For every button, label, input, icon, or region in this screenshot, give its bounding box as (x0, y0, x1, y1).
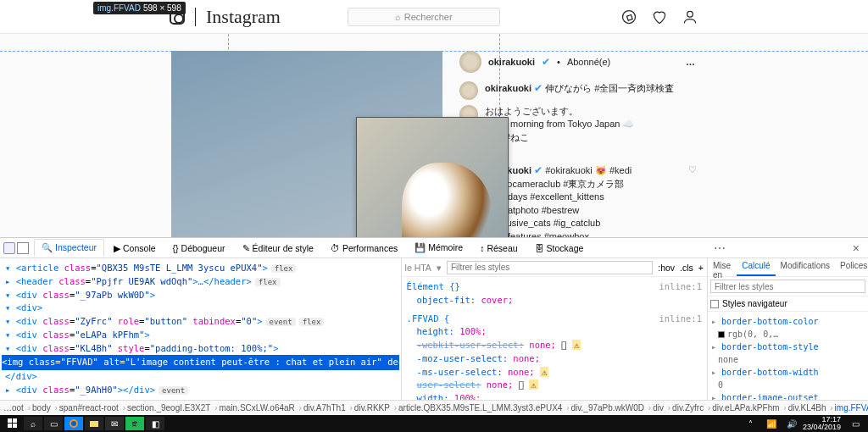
devtools-main: ▾ <article class="QBX35 M9sTE L_LMM 3ysc… (0, 258, 868, 400)
computed-tab[interactable]: Modifications (776, 258, 835, 276)
class-toggle-button[interactable]: .cls (680, 263, 693, 273)
computed-panel: Mise en pageCalculéModificationsPolices … (707, 258, 868, 400)
devtools-close-button[interactable]: × (848, 241, 865, 255)
username[interactable]: okirakuoki (488, 57, 535, 67)
computed-tab[interactable]: Calculé (737, 258, 775, 276)
comment-text: おはようございます。 Good morning from Tokyo Japan… (485, 105, 697, 144)
svg-rect-2 (8, 418, 12, 423)
devtools-tab-réseau[interactable]: ↕Réseau (472, 240, 525, 257)
computed-tab[interactable]: Mise en page (708, 258, 737, 276)
devtools-tab-performances[interactable]: ⏱Performances (323, 240, 405, 257)
styles-rules[interactable]: inline:1Élément {}object-fit: cover;inli… (402, 277, 707, 400)
add-rule-button[interactable]: + (698, 263, 704, 273)
tooltip-dimensions: 598 × 598 (143, 3, 181, 13)
more-options-button[interactable]: … (686, 57, 697, 67)
mid-label: le HTA (405, 263, 431, 273)
explorer-taskbar-icon[interactable] (85, 417, 103, 430)
devtools-tabs: 🔍Inspecteur▶Console{}Débogueur✎Éditeur d… (0, 238, 868, 258)
svg-point-0 (622, 10, 635, 23)
browser-styles-toggle[interactable]: Styles navigateur (708, 296, 868, 312)
dom-tree[interactable]: ▾ <article class="QBX35 M9sTE L_LMM 3ysc… (0, 258, 401, 400)
tray-up-icon[interactable]: ˄ (742, 417, 760, 430)
firefox-taskbar-icon[interactable] (64, 417, 83, 430)
app-taskbar-icon[interactable]: ◧ (146, 417, 164, 430)
svg-rect-5 (13, 424, 17, 428)
search-icon: ⌕ (395, 12, 401, 22)
styles-toolbar: le HTA ▾ :hov .cls + (402, 258, 707, 277)
clock[interactable]: 17:17 23/04/2019 (803, 416, 844, 431)
preview-cat-shape (402, 163, 492, 237)
computed-tabs: Mise en pageCalculéModificationsPolices (708, 258, 868, 277)
computed-filter-row (708, 277, 868, 296)
inspector-tooltip: img.FFVAD 598 × 598 (93, 2, 186, 14)
tooltip-selector: img.FFVAD (97, 3, 141, 13)
post-header: okirakuoki ✔ • Abonné(e) … (459, 51, 697, 73)
caption-text: okirakuoki ✔ 伸びながら #全国一斉肉球検査 (485, 81, 697, 100)
devtools-tab-débogueur[interactable]: {}Débogueur (165, 240, 233, 257)
checkbox-icon (710, 300, 719, 308)
svg-point-1 (687, 11, 693, 17)
avatar[interactable] (459, 81, 478, 100)
responsive-mode-button[interactable] (17, 242, 29, 254)
devtools-panel: 🔍Inspecteur▶Console{}Débogueur✎Éditeur d… (0, 237, 868, 415)
header-nav (620, 8, 698, 25)
comment-time: 16 h (485, 149, 697, 158)
styles-panel: le HTA ▾ :hov .cls + inline:1Élément {}o… (401, 258, 707, 400)
computed-filter-input[interactable] (710, 280, 865, 293)
like-comment-icon[interactable]: ♡ (688, 163, 697, 237)
svg-rect-4 (8, 424, 12, 428)
page-viewport: Instagram ⌕ Rechercher img.FFVAD 598 × 5… (0, 0, 868, 237)
computed-properties[interactable]: border-bottom-colorrgb(0, 0,…border-bott… (708, 312, 868, 400)
pseudo-hover-button[interactable]: :hov (658, 263, 675, 273)
start-button[interactable] (3, 417, 22, 430)
devtools-tab-stockage[interactable]: 🗄Stockage (527, 240, 592, 257)
spotify-taskbar-icon[interactable] (125, 417, 144, 430)
devtools-tab-mémoire[interactable]: 💾Mémoire (407, 239, 470, 257)
avatar[interactable] (459, 51, 481, 73)
search-placeholder: Rechercher (404, 12, 453, 22)
notifications-button[interactable]: ▭ (846, 417, 865, 430)
svg-point-7 (71, 421, 76, 426)
verified-badge-icon: ✔ (534, 82, 542, 94)
svg-rect-3 (13, 418, 17, 423)
devtools-tab-éditeur de style[interactable]: ✎Éditeur de style (235, 240, 321, 257)
windows-taskbar: ⌕ ▭ ✉ ◧ ˄ 📶 🔊 17:17 23/04/2019 ▭ (0, 415, 868, 432)
explore-icon[interactable] (620, 8, 637, 25)
verified-badge-icon: ✔ (542, 56, 550, 68)
task-view-button[interactable]: ▭ (44, 417, 63, 430)
search-taskbar-button[interactable]: ⌕ (24, 417, 42, 430)
computed-tab[interactable]: Polices (835, 258, 868, 276)
image-hover-preview (356, 117, 509, 237)
brand-wordmark: Instagram (206, 6, 281, 28)
styles-filter-input[interactable] (447, 261, 653, 274)
devtools-menu[interactable]: ⋯ (709, 241, 731, 255)
tray-volume-icon[interactable]: 🔊 (782, 417, 801, 430)
mail-taskbar-icon[interactable]: ✉ (105, 417, 124, 430)
svg-rect-8 (90, 421, 98, 427)
devtools-tab-inspecteur[interactable]: 🔍Inspecteur (34, 239, 104, 257)
activity-icon[interactable] (651, 8, 668, 25)
divider (195, 8, 196, 26)
caption-row: okirakuoki ✔ 伸びながら #全国一斉肉球検査 (459, 81, 697, 100)
search-input[interactable]: ⌕ Rechercher (348, 8, 500, 26)
tray-network-icon[interactable]: 📶 (762, 417, 781, 430)
follow-state[interactable]: Abonné(e) (567, 57, 610, 67)
tags-text: okirakuoki ✔ #okirakuoki 😻 #kedi#tokyoca… (485, 163, 682, 237)
pick-element-button[interactable] (3, 242, 15, 254)
devtools-tab-console[interactable]: ▶Console (106, 240, 164, 257)
profile-icon[interactable] (682, 8, 698, 25)
dom-breadcrumb[interactable]: …ootbodyspan#react-rootsection._9eogI.E3… (0, 400, 868, 415)
brand[interactable]: Instagram (170, 6, 281, 28)
